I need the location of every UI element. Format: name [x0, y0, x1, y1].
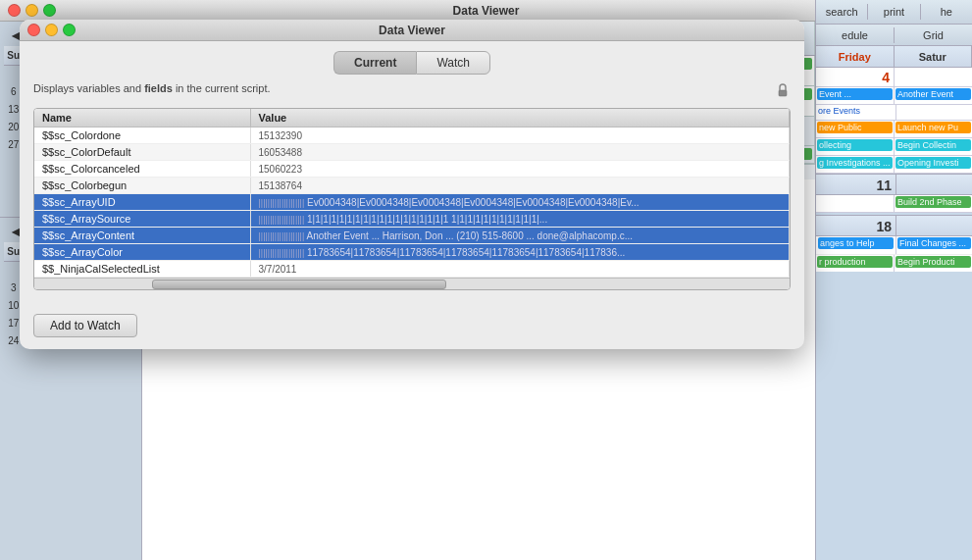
grid-tab[interactable]: Grid [895, 27, 972, 43]
table-row[interactable]: $$sc_ColorDefault 16053488 [34, 144, 790, 161]
rp-event[interactable]: g Investigations ... [817, 157, 893, 169]
dialog-footer: Add to Watch [20, 308, 804, 349]
dialog-titlebar: Data Viewer [20, 20, 804, 41]
variables-table-container: Name Value $$sc_Colordone 15132390 $$sc_… [33, 108, 791, 290]
table-row[interactable]: $$sc_Colorbegun 15138764 [34, 178, 790, 194]
data-viewer-dialog: Data Viewer Current Watch Displays varia… [20, 20, 804, 349]
maximize-button[interactable] [43, 4, 56, 17]
help-button[interactable]: he [921, 4, 972, 20]
var-name: $$sc_Colorcanceled [34, 161, 250, 178]
var-name: $$sc_ArrayContent [34, 228, 250, 244]
rp-event[interactable]: ollecting [817, 139, 893, 151]
col-value: Value [250, 109, 790, 127]
horizontal-scrollbar[interactable] [34, 278, 790, 289]
minimize-button[interactable] [26, 4, 38, 17]
rp-changes[interactable]: anges to Help [816, 236, 896, 254]
table-row-selected[interactable]: $$sc_ArraySource |||||||||||||||||||| 1|… [34, 211, 790, 228]
var-value: 15132390 [250, 127, 790, 144]
var-name: $$sc_ColorDefault [34, 144, 250, 161]
rp-event[interactable]: Another Event [895, 88, 971, 100]
dialog-close[interactable] [27, 24, 40, 36]
var-name: $$_NinjaCalSelectedList [34, 261, 250, 278]
rp-more-events[interactable]: ore Events [816, 105, 896, 120]
tab-current[interactable]: Current [333, 51, 416, 75]
dialog-tabs: Current Watch [33, 51, 791, 75]
friday-num: 4 [816, 68, 895, 86]
window-title: Data Viewer [453, 4, 520, 18]
dialog-description: Displays variables and fields in the cur… [33, 82, 271, 94]
tab-watch[interactable]: Watch [416, 51, 490, 75]
variables-table: Name Value $$sc_Colordone 15132390 $$sc_… [34, 109, 790, 278]
day-11: 11 [816, 175, 896, 194]
prev-month-icon[interactable]: ◀ [12, 29, 20, 42]
var-value: 15060223 [250, 161, 790, 178]
var-name: $$sc_Colorbegun [34, 178, 250, 194]
print-button[interactable]: print [868, 4, 920, 20]
dialog-traffic-lights [27, 24, 76, 36]
rp-event[interactable]: Opening Investi [895, 157, 971, 169]
lock-icon [775, 82, 791, 101]
var-name: $$sc_Colordone [34, 127, 250, 144]
table-row[interactable]: $$sc_Colorcanceled 15060223 [34, 161, 790, 178]
traffic-lights [8, 4, 56, 17]
var-name: $$sc_ArrayUID [34, 194, 250, 211]
var-value: |||||||||||||||||||| 1|1|1|1|1|1|1|1|1|1… [250, 211, 790, 228]
dialog-maximize[interactable] [63, 24, 76, 36]
right-panel: search print he edule Grid Friday Satur … [815, 0, 972, 560]
var-name: $$sc_ArrayColor [34, 244, 250, 261]
rp-event[interactable]: Begin Producti [895, 256, 971, 268]
saturday-num [895, 68, 972, 86]
var-value: |||||||||||||||||||| Another Event ... H… [250, 228, 790, 244]
var-value: 15138764 [250, 178, 790, 194]
table-row-selected[interactable]: $$sc_ArrayContent |||||||||||||||||||| A… [34, 228, 790, 244]
col-name: Name [34, 109, 250, 127]
table-row[interactable]: $$_NinjaCalSelectedList 3/7/2011 [34, 261, 790, 278]
right-panel-tabs: edule Grid [816, 25, 972, 46]
table-row[interactable]: $$sc_Colordone 15132390 [34, 127, 790, 144]
add-to-watch-button[interactable]: Add to Watch [33, 314, 137, 337]
var-value: |||||||||||||||||||| 11783654|11783654|1… [250, 244, 790, 261]
rp-event[interactable]: Event ... [817, 88, 893, 100]
schedule-tab[interactable]: edule [816, 27, 895, 43]
friday-header: Friday [816, 46, 895, 67]
rp-event[interactable]: Begin Collectin [895, 139, 971, 151]
table-row-selected[interactable]: $$sc_ArrayUID |||||||||||||||||||| Ev000… [34, 194, 790, 211]
day-18: 18 [816, 216, 896, 235]
prev-month-icon[interactable]: ◀ [12, 226, 20, 238]
dialog-title: Data Viewer [379, 24, 445, 37]
var-value: |||||||||||||||||||| Ev0004348|Ev0004348… [250, 194, 790, 211]
rp-event[interactable]: Build 2nd Phase [895, 196, 971, 208]
var-value: 16053488 [250, 144, 790, 161]
search-button[interactable]: search [816, 4, 868, 20]
scrollbar-thumb[interactable] [152, 280, 446, 289]
rp-event[interactable]: new Public [817, 122, 893, 133]
variables-table-scroll[interactable]: Name Value $$sc_Colordone 15132390 $$sc_… [34, 109, 790, 278]
close-button[interactable] [8, 4, 21, 17]
dialog-minimize[interactable] [45, 24, 58, 36]
rp-event[interactable]: Final Changes ... [897, 237, 971, 249]
svg-rect-0 [779, 90, 787, 96]
var-value: 3/7/2011 [250, 261, 790, 278]
var-name: $$sc_ArraySource [34, 211, 250, 228]
table-row-selected[interactable]: $$sc_ArrayColor |||||||||||||||||||| 117… [34, 244, 790, 261]
right-panel-toolbar: search print he [816, 0, 972, 25]
rp-event[interactable]: Launch new Pu [895, 122, 971, 133]
saturday-header: Satur [895, 46, 973, 67]
dialog-body: Current Watch Displays variables and fie… [20, 41, 804, 308]
rp-event[interactable]: r production [817, 256, 893, 268]
